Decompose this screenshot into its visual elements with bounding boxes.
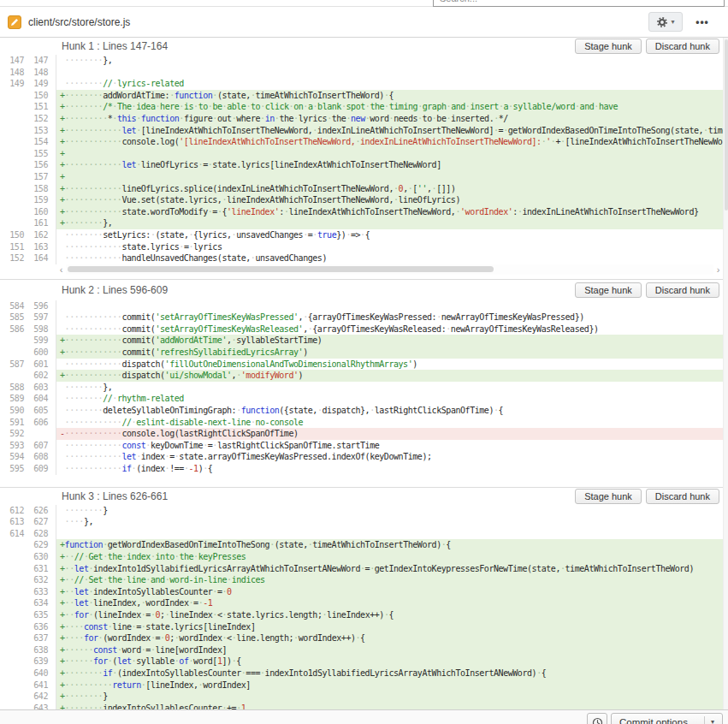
code-line[interactable]: +············state.wordToModify·=·{'line…: [56, 206, 723, 218]
whitespace-dot: ·: [136, 126, 141, 135]
code-line[interactable]: +············lineOfLyrics.splice(indexIn…: [56, 183, 723, 195]
code-line[interactable]: ········//·rhythm-related: [56, 393, 723, 405]
whitespace-dot: ·: [121, 575, 127, 585]
scroll-right-arrow-icon[interactable]: ›: [713, 264, 723, 275]
code-line[interactable]: ········}: [56, 505, 723, 517]
code-token: ,·[: [403, 184, 417, 193]
code-line[interactable]: +········addWordAtTime:·function·(state,…: [56, 90, 723, 102]
discard-hunk-button[interactable]: Discard hunk: [646, 39, 719, 54]
code-line[interactable]: +·········*·this·function·figure·out·whe…: [56, 113, 723, 125]
code-line[interactable]: ········deleteSyllableOnTimingGraph:·fun…: [56, 405, 723, 417]
code-line[interactable]: +··for·(lineIndex·=·0;·lineIndex·<·state…: [56, 609, 723, 621]
code-line[interactable]: ········},: [56, 382, 723, 394]
old-line-number: 151: [0, 241, 26, 253]
code-line[interactable]: +········if·(indexIntoSyllablesCounter·=…: [56, 668, 723, 679]
code-token: ·(wordIndex·=·: [98, 633, 165, 643]
code-line[interactable]: ············if·(index·!==·-1)·{: [56, 463, 723, 475]
code-line[interactable]: ············dispatch('fillOutOneDimensio…: [56, 359, 723, 371]
code-line[interactable]: +: [56, 148, 723, 160]
code-line[interactable]: +············Vue.set(state.lyrics,·lineI…: [56, 194, 723, 206]
code-line[interactable]: ············commit('setArrayOfTimesKeyWa…: [56, 312, 723, 323]
code-line[interactable]: +····for·(wordIndex·=·0;·wordIndex·<·lin…: [56, 632, 723, 644]
search-input[interactable]: Search...: [433, 0, 725, 7]
old-line-number: [0, 597, 26, 609]
code-line[interactable]: +········},: [56, 217, 723, 229]
file-tab[interactable]: client/src/store/store.js: [8, 15, 130, 29]
whitespace-dot: ·: [103, 540, 108, 549]
code-line[interactable]: [56, 300, 723, 312]
code-line[interactable]: +········indexIntoSyllablesCounter·+=·1: [56, 703, 723, 709]
code-line[interactable]: +············let·[lineIndexAtWhichToInse…: [56, 125, 723, 137]
indent-whitespace-dots: ··: [65, 575, 74, 585]
old-line-number: 590: [0, 405, 26, 417]
code-line[interactable]: ············commit('setArrayOfTimesKeyWa…: [56, 323, 723, 335]
code-line[interactable]: +········/*·The·idea·here·is·to·be·able·…: [56, 101, 723, 113]
whitespace-dot: ·: [188, 598, 193, 608]
commit-history-button[interactable]: [587, 713, 607, 724]
diff-row: 633+··let·indexIntoSyllablesCounter·=·0: [0, 586, 723, 598]
code-line[interactable]: ············let·index·=·state.arrayOfTim…: [56, 451, 723, 463]
code-line[interactable]: +··//·Set·the·line·and·word-in-line·indi…: [56, 574, 723, 586]
code-line[interactable]: +··let·indexIntoSyllablesCounter·=·0: [56, 586, 723, 598]
hunk-section-2: Hunk 2 : Lines 596-609Stage hunkDiscard …: [0, 279, 723, 487]
code-line[interactable]: +············commit('addWordAtTime',·syl…: [56, 335, 723, 347]
code-token: 0: [227, 587, 232, 596]
indent-whitespace-dots: ······: [65, 645, 93, 655]
code-line[interactable]: ············//·eslint-disable-next-line·…: [56, 417, 723, 429]
vertical-scrollbar-thumb[interactable]: [725, 39, 728, 211]
commit-options-button[interactable]: Commit options ▾: [611, 713, 723, 724]
code-line[interactable]: -············console.log(lastRightClickS…: [56, 428, 723, 440]
code-line[interactable]: +········}: [56, 691, 723, 703]
new-line-number: 161: [26, 217, 56, 229]
diff-row: 155+: [0, 148, 723, 160]
new-line-number: [26, 428, 56, 440]
code-line[interactable]: +············let·lineOfLyrics·=·state.ly…: [56, 159, 723, 171]
code-line[interactable]: +··//·Get·the·index·into·the·keyPresses: [56, 551, 723, 563]
status-bar: Commit options ▾: [0, 709, 728, 724]
discard-hunk-button[interactable]: Discard hunk: [646, 282, 719, 298]
code-line[interactable]: ····},: [56, 516, 723, 528]
code-line[interactable]: +··let·indexInto1dSyllabifiedLyricsArray…: [56, 563, 723, 575]
horizontal-scrollbar[interactable]: ‹›: [56, 264, 723, 275]
code-line[interactable]: ············state.lyrics·=·lyrics: [56, 241, 723, 253]
code-token: ): [303, 347, 308, 357]
code-line[interactable]: [56, 528, 723, 540]
new-line-number: 626: [26, 505, 56, 517]
stage-hunk-button[interactable]: Stage hunk: [575, 39, 642, 54]
code-token: },: [103, 383, 112, 392]
old-line-number: 613: [0, 516, 26, 528]
code-line[interactable]: [56, 67, 723, 79]
code-line[interactable]: +··········return·[lineIndex,·wordIndex]: [56, 679, 723, 691]
code-line[interactable]: +············dispatch('ui/showModal',·'m…: [56, 370, 723, 382]
code-line[interactable]: +··let·lineIndex,·wordIndex·=·-1: [56, 597, 723, 609]
code-line[interactable]: +······const·word·=·line[wordIndex]: [56, 644, 723, 656]
discard-hunk-button[interactable]: Discard hunk: [646, 489, 719, 504]
whitespace-dot: ·: [227, 575, 232, 585]
old-line-number: 148: [0, 67, 26, 79]
whitespace-dot: ·: [370, 406, 375, 415]
whitespace-dot: ·: [175, 452, 180, 461]
stage-hunk-button[interactable]: Stage hunk: [575, 282, 642, 298]
settings-button[interactable]: ▾: [648, 12, 683, 32]
code-line[interactable]: ············const·keyDownTime·=·lastRigh…: [56, 440, 723, 452]
code-line[interactable]: ············handleUnsavedChanges(state,·…: [56, 252, 723, 264]
code-line[interactable]: ········//·lyrics-related: [56, 78, 723, 90]
whitespace-dot: ·: [536, 668, 542, 678]
code-line[interactable]: +····const·line·=·state.lyrics[lineIndex…: [56, 621, 723, 633]
code-token: },: [84, 517, 93, 526]
code-line[interactable]: +: [56, 171, 723, 183]
more-options-button[interactable]: •••: [687, 12, 718, 32]
stage-hunk-button[interactable]: Stage hunk: [575, 489, 642, 504]
code-line[interactable]: +······for·(let·syllable·of·word[1])·{: [56, 656, 723, 668]
whitespace-dot: ·: [284, 207, 289, 217]
vertical-scrollbar[interactable]: [723, 38, 728, 709]
code-line[interactable]: ········setLyrics:·(state,·{lyrics,·unsa…: [56, 229, 723, 241]
code-line[interactable]: +············console.log('[lineIndexAtWh…: [56, 136, 723, 148]
code-line[interactable]: +function·getWordIndexBasedOnTimeIntoThe…: [56, 539, 723, 551]
horizontal-scrollbar-thumb[interactable]: [68, 266, 494, 272]
code-line[interactable]: ········},: [56, 55, 723, 67]
code-line[interactable]: +············commit('refreshSyllabifiedL…: [56, 347, 723, 359]
horizontal-scrollbar-track[interactable]: [66, 264, 713, 275]
scroll-left-arrow-icon[interactable]: ‹: [56, 264, 66, 275]
code-token: *·: [108, 114, 117, 123]
